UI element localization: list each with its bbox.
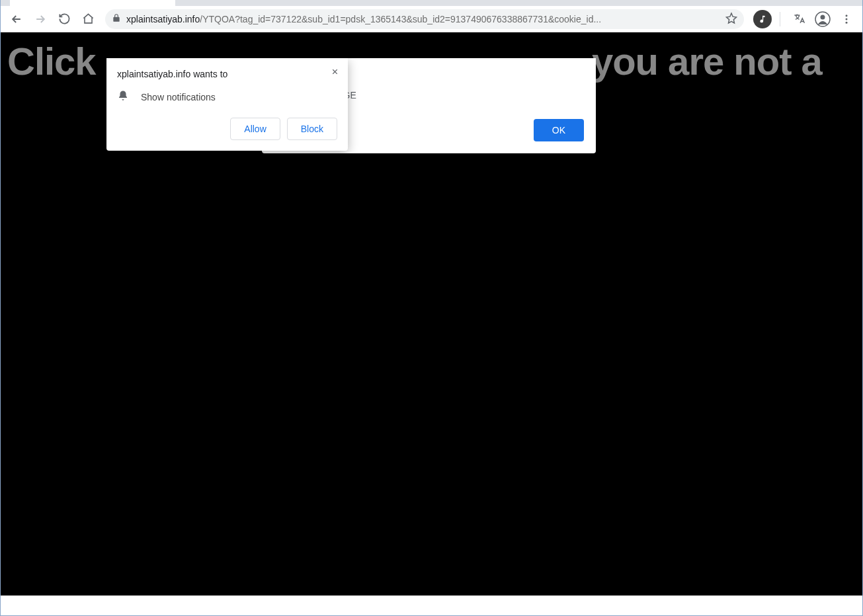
translate-icon[interactable] xyxy=(788,9,809,30)
profile-avatar-icon[interactable] xyxy=(812,9,833,30)
svg-point-5 xyxy=(846,18,848,20)
url-text: xplaintsatiyab.info/YTQOA?tag_id=737122&… xyxy=(126,14,601,24)
forward-button[interactable] xyxy=(30,9,51,30)
address-bar[interactable]: xplaintsatiyab.info/YTQOA?tag_id=737122&… xyxy=(105,9,744,29)
back-button[interactable] xyxy=(6,9,27,30)
browser-tab-active[interactable]: Confirm Notifications xyxy=(10,0,175,6)
globe-icon xyxy=(17,0,27,1)
bookmark-star-icon[interactable] xyxy=(721,12,737,26)
close-tab-button[interactable] xyxy=(157,0,169,1)
notification-close-button[interactable] xyxy=(328,65,341,78)
svg-point-6 xyxy=(846,21,848,23)
notification-block-button[interactable]: Block xyxy=(287,118,337,140)
svg-point-4 xyxy=(846,15,848,17)
toolbar-separator xyxy=(780,12,780,26)
window-maximize-button[interactable] xyxy=(801,0,832,4)
home-button[interactable] xyxy=(77,9,99,30)
svg-point-3 xyxy=(821,15,825,19)
notification-allow-button[interactable]: Allow xyxy=(230,118,280,140)
new-tab-button[interactable] xyxy=(182,0,200,4)
notification-permission-text: Show notifications xyxy=(141,92,216,102)
alert-ok-button[interactable]: OK xyxy=(534,119,584,141)
browser-tabstrip: Confirm Notifications xyxy=(1,0,862,6)
notification-permission-dialog: xplaintsatiyab.info wants to Show notifi… xyxy=(106,58,348,151)
lock-icon xyxy=(112,13,121,24)
extension-music-icon[interactable] xyxy=(753,10,772,28)
browser-toolbar: xplaintsatiyab.info/YTQOA?tag_id=737122&… xyxy=(1,6,862,32)
window-close-button[interactable] xyxy=(832,0,862,4)
reload-button[interactable] xyxy=(54,9,75,30)
window-minimize-button[interactable] xyxy=(771,0,801,4)
notification-origin-label: xplaintsatiyab.info wants to xyxy=(117,69,337,79)
browser-menu-button[interactable] xyxy=(836,9,857,30)
bell-icon xyxy=(117,90,129,104)
